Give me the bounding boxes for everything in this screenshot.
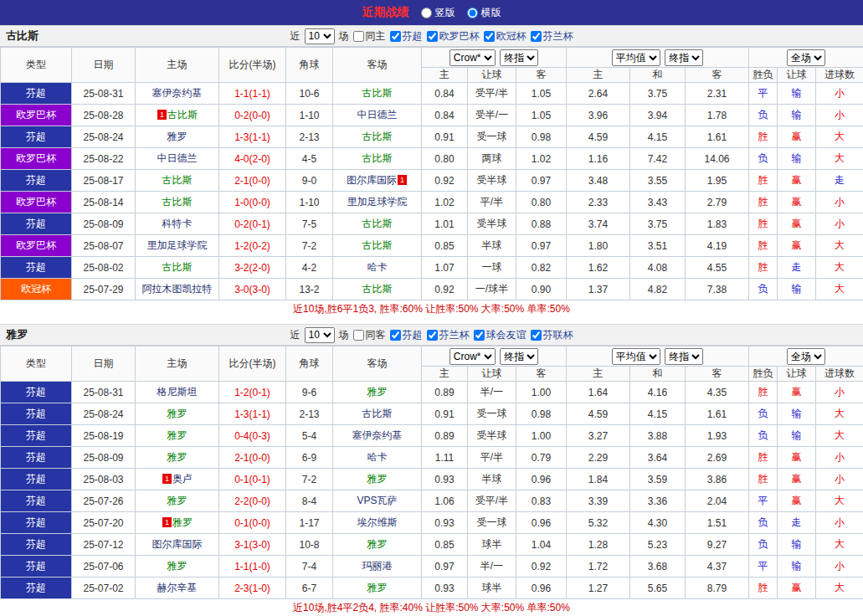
bookmaker-select[interactable]: Crow* — [449, 49, 496, 66]
team-name[interactable]: 图尔库国际 — [152, 538, 203, 550]
team-name[interactable]: 埃尔维斯 — [357, 516, 398, 528]
team-name[interactable]: 雅罗 — [167, 560, 187, 572]
league-filter-option[interactable]: 芬联杯 — [531, 328, 573, 342]
team-name[interactable]: 科特卡 — [162, 218, 193, 229]
team-name[interactable]: 玛丽港 — [362, 560, 393, 572]
team-name[interactable]: 雅罗 — [167, 131, 187, 142]
vertical-layout-radio[interactable] — [421, 8, 432, 18]
team-name[interactable]: 古比斯 — [362, 152, 393, 164]
team-name[interactable]: 古比斯 — [162, 261, 193, 273]
match-score[interactable]: 3-1(3-0) — [219, 534, 286, 556]
average-select[interactable]: 平均值 — [612, 49, 660, 66]
team-name[interactable]: 雅罗 — [167, 429, 187, 441]
league-filter-checkbox[interactable] — [390, 330, 401, 341]
team-name[interactable]: 古比斯 — [362, 408, 393, 419]
team-name[interactable]: 古比斯 — [362, 87, 393, 99]
match-score[interactable]: 0-1(0-1) — [219, 469, 286, 490]
team-name[interactable]: 雅罗 — [367, 538, 388, 550]
fulltime-select[interactable]: 全场 — [787, 49, 825, 66]
league-filter-checkbox[interactable] — [484, 31, 495, 42]
league-filter-option[interactable]: 芬超 — [390, 328, 423, 342]
team-name[interactable]: 雅罗 — [367, 473, 388, 485]
topbar: 近期战绩 竖版 横版 — [0, 0, 863, 25]
final-odds-select[interactable]: 终指 — [500, 348, 538, 365]
team-name[interactable]: 里加足球学院 — [147, 239, 208, 251]
league-filter-option[interactable]: 球会友谊 — [474, 328, 527, 342]
league-filter-option[interactable]: 芬兰杯 — [531, 29, 573, 44]
team-name[interactable]: 塞伊奈约基 — [152, 87, 203, 99]
horizontal-layout-radio[interactable] — [467, 8, 478, 18]
team-name[interactable]: 古比斯 — [362, 131, 393, 142]
league-filter-option[interactable]: 欧冠杯 — [484, 29, 527, 44]
team-name[interactable]: 雅罗 — [167, 408, 187, 419]
same-venue-option[interactable]: 同客 — [353, 328, 386, 342]
match-score[interactable]: 0-1(0-0) — [219, 512, 286, 534]
average-select[interactable]: 平均值 — [612, 348, 660, 365]
league-filter-checkbox[interactable] — [427, 330, 438, 341]
team-name[interactable]: 雅罗 — [167, 495, 187, 506]
match-score[interactable]: 1-1(1-0) — [219, 556, 286, 578]
match-score[interactable]: 0-4(0-3) — [219, 425, 286, 447]
team-name[interactable]: VPS瓦萨 — [357, 495, 397, 506]
league-filter-checkbox[interactable] — [390, 31, 401, 42]
red-card-badge: 1 — [162, 474, 172, 484]
team-name[interactable]: 古比斯 — [362, 239, 393, 251]
team-name[interactable]: 雅罗 — [367, 386, 388, 398]
match-score[interactable]: 1-0(0-0) — [219, 192, 286, 213]
avg-away: 1.95 — [686, 170, 749, 192]
team-name[interactable]: 图尔库国际 — [347, 174, 397, 186]
team-name[interactable]: 古比斯 — [162, 196, 193, 208]
team-name[interactable]: 中日德兰 — [157, 152, 198, 164]
same-venue-option[interactable]: 同主 — [353, 29, 386, 44]
team-name[interactable]: 哈卡 — [367, 451, 388, 463]
team-name[interactable]: 古比斯 — [162, 174, 193, 186]
match-score[interactable]: 2-1(0-0) — [219, 447, 286, 469]
team-name[interactable]: 雅罗 — [367, 582, 388, 593]
match-score[interactable]: 1-2(0-2) — [219, 235, 286, 257]
league-filter-checkbox[interactable] — [531, 330, 542, 341]
match-score[interactable]: 1-3(1-1) — [219, 126, 286, 148]
league-filter-option[interactable]: 欧罗巴杯 — [427, 29, 480, 44]
league-filter-option[interactable]: 芬兰杯 — [427, 328, 470, 342]
team-name[interactable]: 古比斯 — [362, 218, 393, 229]
odds-home: 1.02 — [422, 192, 468, 213]
team-name[interactable]: 奥卢 — [172, 473, 193, 485]
bookmaker-select[interactable]: Crow* — [449, 348, 496, 365]
team-name[interactable]: 雅罗 — [167, 451, 187, 463]
match-count-select[interactable]: 10 — [305, 28, 335, 44]
same-venue-checkbox[interactable] — [353, 31, 364, 42]
team-name[interactable]: 古比斯 — [167, 109, 198, 121]
fulltime-select[interactable]: 全场 — [787, 348, 825, 365]
team-name[interactable]: 塞伊奈约基 — [352, 429, 403, 441]
match-score[interactable]: 1-2(0-1) — [219, 382, 286, 403]
same-venue-checkbox[interactable] — [353, 330, 364, 341]
match-score[interactable]: 1-1(1-1) — [219, 83, 286, 105]
team-name[interactable]: 格尼斯坦 — [157, 386, 198, 398]
team-name[interactable]: 哈卡 — [367, 261, 388, 273]
match-score[interactable]: 2-3(1-0) — [219, 578, 286, 599]
layout-horizontal-option[interactable]: 横版 — [467, 6, 501, 20]
match-score[interactable]: 4-0(2-0) — [219, 148, 286, 170]
team-name[interactable]: 赫尔辛基 — [157, 582, 198, 593]
team-name[interactable]: 古比斯 — [362, 283, 393, 295]
team-name[interactable]: 里加足球学院 — [347, 196, 408, 208]
match-score[interactable]: 1-3(1-1) — [219, 403, 286, 425]
match-count-select[interactable]: 10 — [305, 327, 335, 343]
league-filter-checkbox[interactable] — [531, 31, 542, 42]
match-score[interactable]: 3-2(2-0) — [219, 257, 286, 279]
layout-vertical-option[interactable]: 竖版 — [421, 6, 455, 20]
league-filter-option[interactable]: 芬超 — [390, 29, 423, 44]
team-name[interactable]: 阿拉木图凯拉特 — [142, 283, 213, 295]
final-odds-select[interactable]: 终指 — [665, 49, 703, 66]
match-score[interactable]: 2-1(0-0) — [219, 170, 286, 192]
match-score[interactable]: 2-2(0-0) — [219, 490, 286, 512]
match-score[interactable]: 0-2(0-0) — [219, 105, 286, 126]
team-name[interactable]: 中日德兰 — [357, 109, 398, 121]
league-filter-checkbox[interactable] — [427, 31, 438, 42]
final-odds-select[interactable]: 终指 — [500, 49, 538, 66]
match-score[interactable]: 0-2(0-1) — [219, 213, 286, 235]
league-filter-checkbox[interactable] — [474, 330, 485, 341]
team-name[interactable]: 雅罗 — [172, 516, 193, 528]
match-score[interactable]: 3-0(3-0) — [219, 279, 286, 300]
final-odds-select[interactable]: 终指 — [665, 348, 703, 365]
